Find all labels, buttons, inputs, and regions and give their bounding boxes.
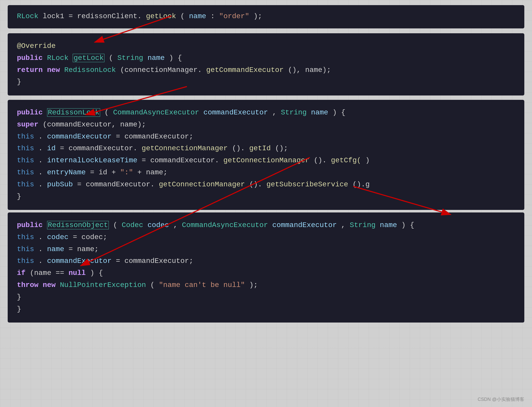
kw-this: this [17,156,34,164]
code-line-super: super (commandExecutor, name); [17,119,515,131]
plain-text: lock1 [43,12,69,20]
code-line-this-codec: this . codec = codec; [17,232,515,243]
plain-text: ) [365,156,370,164]
plain-text: . [38,233,43,241]
plain-brace: } [17,192,21,200]
field-codec: codec [47,233,69,241]
code-line-close3: } [17,191,515,202]
type-string: String [118,54,143,62]
kw-public: public [17,221,43,229]
field-id: id [47,144,56,152]
plain-text: ( [150,281,155,289]
kw-new: new [47,66,60,74]
kw-this: this [17,257,34,265]
type-string2: String [350,221,376,229]
kw-this: this [17,168,34,176]
plain-text: = commandExecutor. [77,180,154,188]
method-getconnectionmanager2: getConnectionManager [224,156,310,164]
type-commandasyncexecutor: CommandAsyncExecutor [113,109,199,116]
kw-this: this [17,133,34,141]
kw-super: super [17,121,38,128]
class-redissonlock-highlighted: RedissonLock [47,108,100,117]
plain-brace: } [17,293,21,301]
kw-new: new [43,281,56,289]
plain-text: (); [275,144,288,152]
plain-brace: } [17,78,21,86]
plain-text: , [173,221,182,229]
code-line-close: } [17,76,515,88]
plain-text: , [272,109,281,116]
plain-text: ( [113,221,118,229]
method-getid: getId [249,144,271,152]
method-getlock-highlighted: getLock [73,54,104,62]
plain-text: + name; [137,168,168,176]
type-nullpointerexception: NullPointerException [60,281,146,289]
type-rlock: RLock [47,54,69,62]
code-block-3: public RedissonLock ( CommandAsyncExecut… [8,100,524,210]
type-string: String [281,109,307,116]
code-line-this-internallockleadtime: this . internalLockLeaseTime = commandEx… [17,155,515,166]
code-line-if-null: if (name == null ) { [17,267,515,279]
plain-text: . [38,245,43,253]
plain-text: (connectionManager. [120,66,202,74]
code-block-1: RLock lock1 = redissonClient. getLock ( … [8,5,524,28]
plain-text: ) { [90,269,103,277]
kw-throw: throw [17,281,38,289]
kw-this: this [17,180,34,188]
plain-colon: : [210,12,215,20]
plain-text: (). [232,144,245,152]
plain-text: = commandExecutor; [116,257,193,265]
string-colon: ":" [120,168,133,176]
plain-text: = commandExecutor. [60,144,137,152]
watermark: CSDN @小实验猫博客 [478,396,524,402]
plain-text: = codec; [73,233,107,241]
plain-text: , [341,221,350,229]
plain-text: . [38,156,43,164]
code-line-this-id: this . id = commandExecutor. getConnecti… [17,143,515,154]
param-codec: codec [147,221,169,229]
plain-text: . [38,257,43,265]
string-nullmsg: "name can't be null" [159,281,245,289]
type-commandasyncexecutor2: CommandAsyncExecutor [182,221,268,229]
code-line-method-sig: public RLock getLock ( String name ) { [17,52,515,64]
string-order: "order" [219,12,249,20]
plain-text: . [38,144,43,152]
type-rlock: RLock [17,12,38,20]
plain-text: (). [314,156,326,164]
page-container: RLock lock1 = redissonClient. getLock ( … [0,0,532,407]
code-line-close4: } [17,304,515,315]
code-line: RLock lock1 = redissonClient. getLock ( … [17,11,515,22]
plain-text: ( [180,12,185,20]
punct: = [69,12,73,20]
field-internallocktime: internalLockLeaseTime [47,156,137,164]
param-commandexecutor2: commandExecutor [272,221,337,229]
kw-null: null [69,269,86,277]
method-getlock: getLock [146,12,176,20]
plain-text: = commandExecutor. [142,156,219,164]
plain-text: ().g [353,180,370,188]
class-redissonobject-highlighted: RedissonObject [47,221,109,229]
code-line-close-if: } [17,292,515,303]
param-name2: name [380,221,397,229]
code-line-this-name: this . name = name; [17,244,515,255]
annotation-override: @Override [17,42,56,50]
field-commandexecutor: commandExecutor [47,133,112,141]
kw-if: if [17,269,26,277]
kw-this: this [17,144,34,152]
kw-public: public [17,54,43,62]
kw-return: return [17,66,43,74]
method-getcommandexecutor: getCommandExecutor [206,66,283,74]
plain-text: = commandExecutor; [116,133,193,141]
plain-text: . [38,133,43,141]
method-getconnectionmanager3: getConnectionManager [159,180,245,188]
code-line-throw: throw new NullPointerException ( "name c… [17,280,515,291]
code-line-obj-sig: public RedissonObject ( Codec codec , Co… [17,220,515,231]
param-name: name [311,109,328,116]
plain-text: redissonClient. [77,12,142,20]
param-name: name [189,12,206,20]
plain-text: (commandExecutor, name); [43,121,146,128]
plain-brace: } [17,305,21,313]
plain-text: (), name); [288,66,331,74]
field-entryname: entryName [47,168,86,176]
plain-text: . [38,180,43,188]
